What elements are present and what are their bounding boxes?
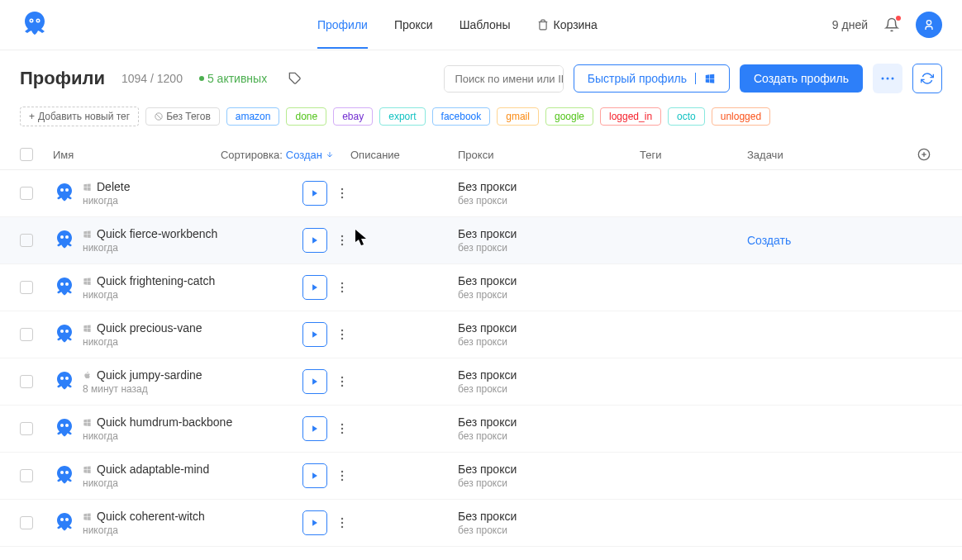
play-button[interactable] — [302, 228, 327, 253]
proxy-cell: Без проксибез прокси — [458, 415, 640, 442]
nav-item-прокси[interactable]: Прокси — [394, 12, 433, 38]
row-more-button[interactable] — [334, 423, 350, 434]
row-checkbox[interactable] — [20, 516, 33, 529]
table-row[interactable]: Quick coherent-witchникогдаБез проксибез… — [0, 500, 962, 547]
svg-marker-18 — [312, 190, 317, 197]
table-row[interactable]: Quick humdrum-backboneникогдаБез проксиб… — [0, 406, 962, 453]
tag-google[interactable]: google — [545, 107, 593, 126]
tag-done[interactable]: done — [286, 107, 326, 126]
days-remaining[interactable]: 9 дней — [832, 18, 868, 31]
table-row[interactable]: Quick fierce-workbenchникогдаБез проксиб… — [0, 217, 962, 264]
column-proxy[interactable]: Прокси — [458, 149, 640, 161]
table-row[interactable]: Quick frightening-catchникогдаБез прокси… — [0, 264, 962, 311]
proxy-cell: Без проксибез прокси — [458, 180, 640, 206]
play-button[interactable] — [302, 275, 327, 300]
table-row[interactable]: DeleteникогдаБез проксибез прокси — [0, 170, 962, 217]
svg-point-8 — [887, 78, 889, 80]
tag-icon-button[interactable] — [283, 67, 307, 90]
quick-profile-button[interactable]: Быстрый профиль — [574, 64, 730, 93]
nav-item-профили[interactable]: Профили — [317, 12, 368, 38]
no-tags-filter[interactable]: Без Тегов — [145, 107, 220, 126]
profile-icon — [53, 370, 76, 393]
tag-octo[interactable]: octo — [668, 107, 705, 126]
profile-icon — [53, 229, 76, 252]
svg-point-20 — [341, 192, 343, 194]
row-more-button[interactable] — [334, 187, 350, 199]
notifications-button[interactable] — [884, 17, 899, 32]
column-description[interactable]: Описание — [350, 149, 458, 161]
column-name[interactable]: Имя — [53, 149, 74, 161]
svg-marker-54 — [312, 472, 317, 479]
row-checkbox[interactable] — [20, 469, 33, 482]
app-logo — [20, 10, 50, 40]
main-nav: ПрофилиПроксиШаблоныКорзина — [83, 12, 832, 38]
row-more-button[interactable] — [334, 329, 350, 340]
table-row[interactable]: Quick precious-vaneникогдаБез проксибез … — [0, 311, 962, 358]
play-button[interactable] — [302, 416, 327, 441]
refresh-button[interactable] — [912, 64, 942, 93]
row-checkbox[interactable] — [20, 187, 33, 200]
user-avatar[interactable] — [916, 12, 942, 38]
add-tag-button[interactable]: +Добавить новый тег — [20, 107, 139, 126]
table-row[interactable]: Quick adaptable-mindникогдаБез проксибез… — [0, 453, 962, 500]
tasks-cell[interactable]: Создать — [747, 234, 917, 247]
row-checkbox[interactable] — [20, 422, 33, 435]
row-checkbox[interactable] — [20, 375, 33, 388]
svg-point-59 — [65, 518, 69, 521]
svg-point-57 — [341, 479, 343, 481]
profile-icon — [53, 276, 76, 299]
tag-logged_in[interactable]: logged_in — [600, 107, 661, 126]
windows-icon — [83, 465, 92, 474]
tag-export[interactable]: export — [379, 107, 425, 126]
column-tasks[interactable]: Задачи — [747, 149, 917, 161]
svg-marker-42 — [312, 378, 317, 385]
play-button[interactable] — [302, 463, 327, 488]
row-more-button[interactable] — [334, 235, 350, 246]
row-more-button[interactable] — [334, 517, 350, 529]
page-title: Профили — [20, 68, 105, 89]
add-column-button[interactable] — [917, 148, 942, 161]
table-row[interactable]: Quick jumpy-sardine8 минут назадБез прок… — [0, 358, 962, 406]
svg-point-52 — [60, 471, 64, 474]
search-input[interactable] — [445, 66, 563, 92]
proxy-cell: Без проксибез прокси — [458, 463, 640, 489]
tag-ebay[interactable]: ebay — [333, 107, 373, 126]
play-button[interactable] — [302, 510, 327, 535]
row-more-button[interactable] — [334, 470, 350, 482]
nav-item-корзина[interactable]: Корзина — [537, 12, 598, 38]
column-tags[interactable]: Теги — [640, 149, 747, 161]
svg-point-7 — [882, 78, 884, 80]
row-checkbox[interactable] — [20, 234, 33, 247]
tag-unlogged[interactable]: unlogged — [712, 107, 770, 126]
row-more-button[interactable] — [334, 282, 350, 293]
profile-time: никогда — [83, 477, 302, 489]
profile-time: никогда — [83, 289, 302, 301]
play-button[interactable] — [302, 369, 327, 394]
select-all-checkbox[interactable] — [20, 148, 33, 161]
profile-time: никогда — [83, 524, 302, 536]
row-more-button[interactable] — [334, 376, 350, 387]
more-button[interactable] — [873, 64, 902, 93]
play-button[interactable] — [302, 322, 327, 347]
svg-point-21 — [341, 197, 343, 198]
sort-control[interactable]: Сортировка: Создан — [221, 149, 334, 161]
svg-point-55 — [341, 471, 343, 472]
proxy-cell: Без проксибез прокси — [458, 368, 640, 395]
play-button[interactable] — [302, 181, 327, 206]
tag-amazon[interactable]: amazon — [226, 107, 280, 126]
tag-facebook[interactable]: facebook — [432, 107, 491, 126]
row-checkbox[interactable] — [20, 281, 33, 294]
profile-time: никогда — [83, 195, 302, 206]
tag-gmail[interactable]: gmail — [497, 107, 539, 126]
row-checkbox[interactable] — [20, 328, 33, 341]
svg-marker-36 — [312, 331, 317, 338]
profile-icon — [53, 323, 76, 346]
windows-icon — [83, 277, 92, 286]
windows-icon — [695, 73, 716, 84]
create-profile-button[interactable]: Создать профиль — [740, 64, 863, 93]
profile-time: никогда — [83, 430, 302, 442]
profile-name: Quick coherent-witch — [97, 510, 205, 523]
svg-point-35 — [65, 330, 69, 333]
nav-item-шаблоны[interactable]: Шаблоны — [460, 12, 511, 38]
svg-point-53 — [65, 471, 69, 474]
